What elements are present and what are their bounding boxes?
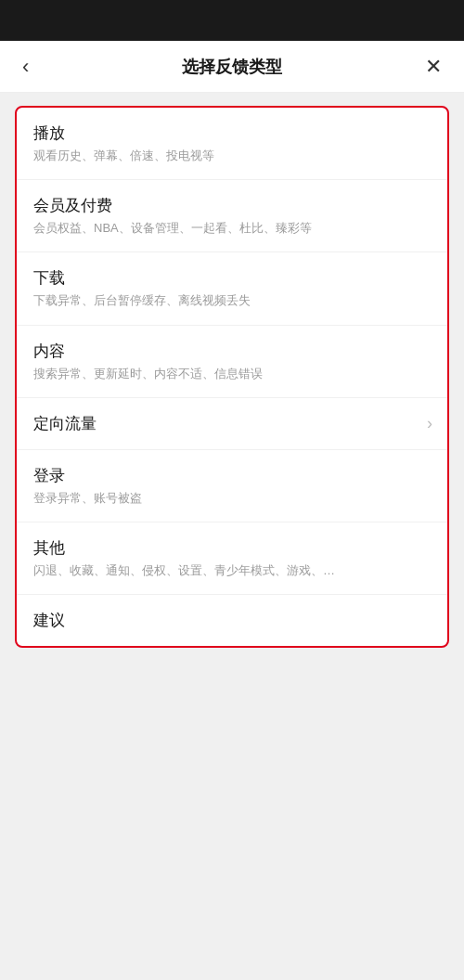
feedback-item-title-membership: 会员及付费 xyxy=(33,195,112,216)
feedback-item-subtitle-playback: 观看历史、弹幕、倍速、投电视等 xyxy=(33,148,214,164)
header: ‹ 选择反馈类型 ✕ xyxy=(0,41,464,93)
feedback-item-subtitle-content: 搜索异常、更新延时、内容不适、信息错误 xyxy=(33,366,263,382)
feedback-item-login[interactable]: 登录登录异常、账号被盗 xyxy=(17,450,447,522)
close-button[interactable]: ✕ xyxy=(421,53,445,81)
feedback-item-subtitle-membership: 会员权益、NBA、设备管理、一起看、杜比、臻彩等 xyxy=(33,220,312,237)
feedback-item-title-other: 其他 xyxy=(33,537,65,559)
bottom-area xyxy=(0,794,464,980)
feedback-item-subtitle-login: 登录异常、账号被盗 xyxy=(33,490,142,507)
feedback-item-title-traffic: 定向流量 xyxy=(33,413,97,434)
header-title: 选择反馈类型 xyxy=(182,56,282,78)
feedback-item-subtitle-download: 下载异常、后台暂停缓存、离线视频丢失 xyxy=(33,292,251,309)
status-bar xyxy=(0,0,464,41)
feedback-item-playback[interactable]: 播放观看历史、弹幕、倍速、投电视等 xyxy=(17,108,447,180)
feedback-item-membership[interactable]: 会员及付费会员权益、NBA、设备管理、一起看、杜比、臻彩等 xyxy=(17,180,447,252)
feedback-item-title-download: 下载 xyxy=(33,267,65,289)
feedback-item-subtitle-other: 闪退、收藏、通知、侵权、设置、青少年模式、游戏、… xyxy=(33,562,335,579)
feedback-item-content[interactable]: 内容搜索异常、更新延时、内容不适、信息错误 xyxy=(17,326,447,398)
feedback-item-title-content: 内容 xyxy=(33,341,65,362)
feedback-item-other[interactable]: 其他闪退、收藏、通知、侵权、设置、青少年模式、游戏、… xyxy=(17,522,447,595)
back-button[interactable]: ‹ xyxy=(19,53,32,81)
feedback-item-traffic[interactable]: 定向流量› xyxy=(17,398,447,450)
feedback-item-suggestion[interactable]: 建议 xyxy=(17,595,447,646)
feedback-list-card: 播放观看历史、弹幕、倍速、投电视等会员及付费会员权益、NBA、设备管理、一起看、… xyxy=(15,106,449,648)
chevron-right-icon: › xyxy=(427,414,432,433)
feedback-item-download[interactable]: 下载下载异常、后台暂停缓存、离线视频丢失 xyxy=(17,252,447,325)
feedback-item-title-suggestion: 建议 xyxy=(33,610,65,631)
content-area: 播放观看历史、弹幕、倍速、投电视等会员及付费会员权益、NBA、设备管理、一起看、… xyxy=(0,93,464,794)
feedback-item-title-playback: 播放 xyxy=(33,122,65,144)
feedback-item-title-login: 登录 xyxy=(33,465,65,486)
